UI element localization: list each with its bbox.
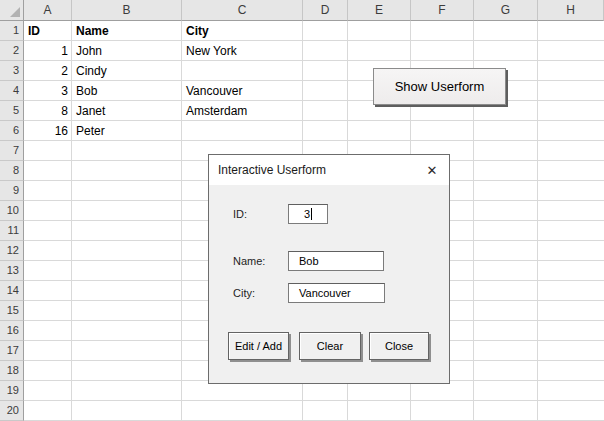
column-header-f[interactable]: F	[411, 0, 474, 21]
row-header-2[interactable]: 2	[0, 41, 24, 61]
dialog-close-button[interactable]: Close	[369, 332, 429, 360]
cell-b1[interactable]: Name	[76, 21, 109, 41]
cell-a5[interactable]: 8	[24, 101, 68, 121]
row-header-3[interactable]: 3	[0, 61, 24, 81]
clear-button[interactable]: Clear	[299, 332, 361, 360]
row-header-12[interactable]: 12	[0, 241, 24, 261]
gridline	[181, 21, 182, 421]
dialog-titlebar[interactable]: Interactive Userform ✕	[209, 155, 449, 185]
gridline	[537, 21, 538, 421]
cell-a6[interactable]: 16	[24, 121, 68, 141]
row-header-8[interactable]: 8	[0, 161, 24, 181]
row-header-5[interactable]: 5	[0, 101, 24, 121]
cell-b5[interactable]: Janet	[76, 101, 105, 121]
column-header-a[interactable]: A	[24, 0, 72, 21]
row-header-14[interactable]: 14	[0, 281, 24, 301]
cell-c5[interactable]: Amsterdam	[186, 101, 247, 121]
userform-dialog: Interactive Userform ✕ ID: 3 Name: Bob C…	[208, 154, 450, 384]
name-label: Name:	[233, 251, 265, 271]
cell-c1[interactable]: City	[186, 21, 209, 41]
row-header-1[interactable]: 1	[0, 21, 24, 41]
row-header-11[interactable]: 11	[0, 221, 24, 241]
city-input[interactable]: Vancouver	[288, 283, 385, 303]
gridline	[71, 21, 72, 421]
show-userform-button[interactable]: Show Userform	[373, 68, 506, 105]
city-value: Vancouver	[299, 287, 351, 299]
cell-b3[interactable]: Cindy	[76, 61, 107, 81]
row-header-19[interactable]: 19	[0, 381, 24, 401]
excel-window: A B C D E F G H 1 2 3 4 5 6 7 8 9 10 11 …	[0, 0, 604, 421]
column-header-c[interactable]: C	[182, 0, 303, 21]
row-header-7[interactable]: 7	[0, 141, 24, 161]
name-value: Bob	[299, 255, 319, 267]
row-header-6[interactable]: 6	[0, 121, 24, 141]
column-header-g[interactable]: G	[474, 0, 538, 21]
edit-add-button[interactable]: Edit / Add	[228, 332, 289, 360]
column-header-b[interactable]: B	[72, 0, 182, 21]
row-header-17[interactable]: 17	[0, 341, 24, 361]
row-header-13[interactable]: 13	[0, 261, 24, 281]
cell-a1[interactable]: ID	[28, 21, 40, 41]
column-header-h[interactable]: H	[538, 0, 604, 21]
city-label: City:	[233, 283, 255, 303]
id-input[interactable]: 3	[288, 204, 328, 224]
id-label: ID:	[233, 204, 247, 224]
row-header-20[interactable]: 20	[0, 401, 24, 421]
name-input[interactable]: Bob	[288, 251, 384, 271]
close-icon[interactable]: ✕	[418, 156, 446, 184]
cell-a3[interactable]: 2	[24, 61, 68, 81]
cell-a4[interactable]: 3	[24, 81, 68, 101]
cell-b4[interactable]: Bob	[76, 81, 97, 101]
id-value: 3	[304, 208, 310, 220]
row-header-9[interactable]: 9	[0, 181, 24, 201]
select-all-triangle-icon	[10, 7, 20, 17]
cell-b6[interactable]: Peter	[76, 121, 105, 141]
row-header-16[interactable]: 16	[0, 321, 24, 341]
select-all-corner[interactable]	[0, 0, 24, 21]
row-header-18[interactable]: 18	[0, 361, 24, 381]
cell-b2[interactable]: John	[76, 41, 102, 61]
row-header-4[interactable]: 4	[0, 81, 24, 101]
column-header-d[interactable]: D	[303, 0, 348, 21]
dialog-title: Interactive Userform	[209, 163, 418, 177]
row-header-15[interactable]: 15	[0, 301, 24, 321]
column-header-e[interactable]: E	[348, 0, 411, 21]
cell-a2[interactable]: 1	[24, 41, 68, 61]
cell-c4[interactable]: Vancouver	[186, 81, 242, 101]
row-header-10[interactable]: 10	[0, 201, 24, 221]
text-cursor	[311, 208, 312, 220]
cell-c2[interactable]: New York	[186, 41, 237, 61]
